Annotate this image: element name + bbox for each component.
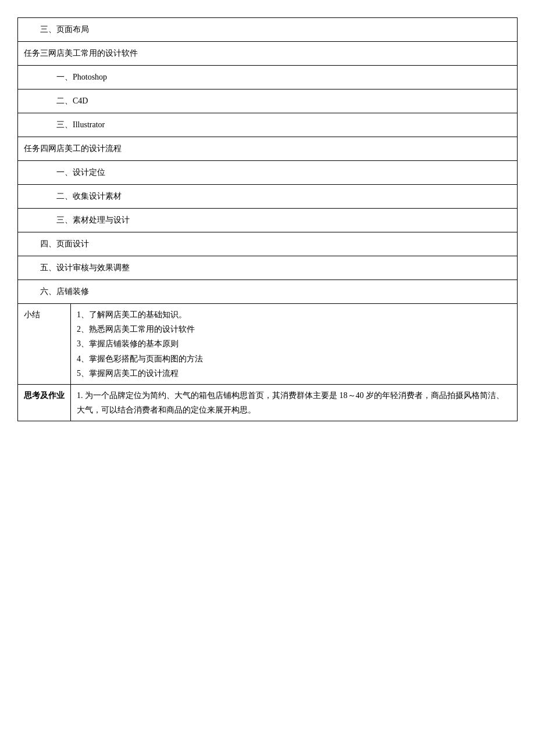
outline-row: 六、店铺装修 (18, 280, 518, 304)
outline-cell: 五、设计审核与效果调整 (18, 256, 518, 280)
outline-cell: 任务四网店美工的设计流程 (18, 137, 518, 161)
outline-row: 任务三网店美工常用的设计软件 (18, 42, 518, 66)
outline-cell: 六、店铺装修 (18, 280, 518, 304)
outline-cell: 一、设计定位 (18, 161, 518, 185)
outline-row: 任务四网店美工的设计流程 (18, 137, 518, 161)
outline-cell: 四、页面设计 (18, 232, 518, 256)
homework-content: 1. 为一个品牌定位为简约、大气的箱包店铺构思首页，其消费群体主要是 18～40… (71, 384, 518, 421)
outline-row: 二、收集设计素材 (18, 185, 518, 209)
outline-row: 二、C4D (18, 89, 518, 113)
summary-row: 小结 1、了解网店美工的基础知识。2、熟悉网店美工常用的设计软件3、掌握店铺装修… (18, 304, 518, 385)
summary-item: 5、掌握网店美工的设计流程 (77, 366, 511, 381)
outline-row: 三、素材处理与设计 (18, 209, 518, 232)
summary-item: 1、了解网店美工的基础知识。 (77, 307, 511, 322)
outline-cell: 三、Illustrator (18, 113, 518, 137)
summary-item: 3、掌握店铺装修的基本原则 (77, 336, 511, 351)
outline-cell: 一、Photoshop (18, 66, 518, 89)
homework-label: 思考及作业 (18, 384, 71, 421)
summary-item: 2、熟悉网店美工常用的设计软件 (77, 322, 511, 336)
outline-row: 三、Illustrator (18, 113, 518, 137)
outline-cell: 任务三网店美工常用的设计软件 (18, 42, 518, 66)
homework-row: 思考及作业 1. 为一个品牌定位为简约、大气的箱包店铺构思首页，其消费群体主要是… (18, 384, 518, 421)
outline-row: 五、设计审核与效果调整 (18, 256, 518, 280)
outline-cell: 三、素材处理与设计 (18, 209, 518, 232)
summary-label: 小结 (18, 304, 71, 385)
outline-row: 一、Photoshop (18, 66, 518, 89)
outline-row: 四、页面设计 (18, 232, 518, 256)
main-table: 三、页面布局任务三网店美工常用的设计软件一、Photoshop二、C4D三、Il… (17, 17, 518, 421)
outline-row: 一、设计定位 (18, 161, 518, 185)
summary-content: 1、了解网店美工的基础知识。2、熟悉网店美工常用的设计软件3、掌握店铺装修的基本… (71, 304, 518, 385)
outline-cell: 三、页面布局 (18, 18, 518, 42)
outline-cell: 二、C4D (18, 89, 518, 113)
outline-cell: 二、收集设计素材 (18, 185, 518, 209)
outline-row: 三、页面布局 (18, 18, 518, 42)
summary-item: 4、掌握色彩搭配与页面构图的方法 (77, 352, 511, 366)
